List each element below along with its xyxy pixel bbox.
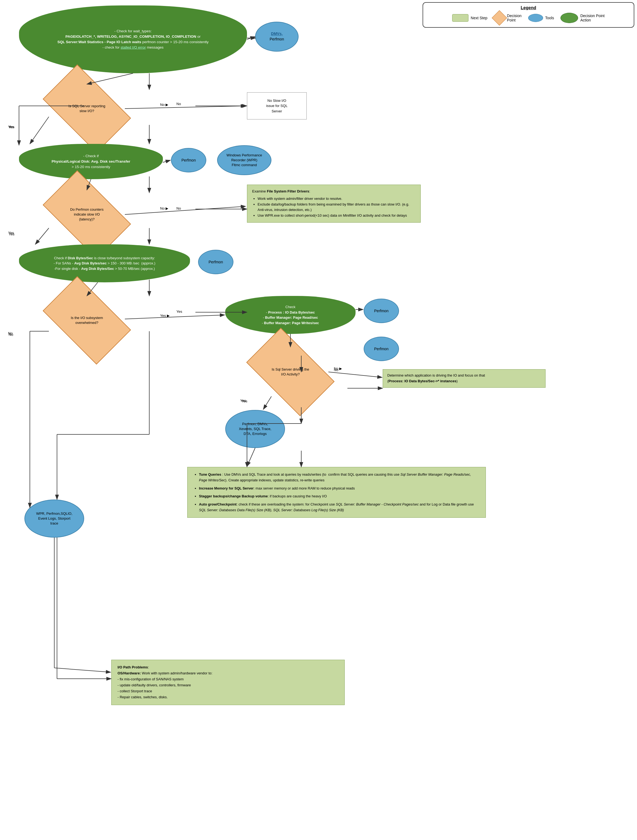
node4-no-box: Examine File System Filter Drivers: Work…	[247, 185, 421, 223]
node4-diamond: Do Perfmon countersindicate slow I/O(lat…	[49, 190, 125, 239]
node4-no-item2: Exclude data/log/backup folders from bei…	[257, 202, 416, 213]
flow-label-no4: No ▶	[334, 366, 342, 371]
node10-item1: Tune Queries : Use DMVs and SQL Trace an…	[199, 472, 479, 483]
node7-perfmon-text: Perfmon	[374, 309, 389, 313]
node10-item3: Stagger backups/change Backup volume: if…	[199, 493, 479, 499]
node3-perfmon-oval: Perfmon	[171, 148, 206, 172]
node3-perfmon-text: Perfmon	[181, 158, 196, 163]
node1-text: - Check for wait_types: PAGEIOLATCH_*, W…	[57, 28, 208, 51]
svg-line-28	[125, 106, 246, 109]
svg-line-35	[125, 315, 225, 319]
no-slow-io-box: No Slow I/Oissue for SQLServer	[247, 92, 307, 120]
node7-perfmon2-oval: Perfmon	[364, 337, 399, 361]
node6-yes-label: Yes	[177, 309, 182, 314]
svg-line-26	[247, 37, 255, 39]
node10-list: Tune Queries : Use DMVs and SQL Trace an…	[199, 472, 479, 513]
node4-no-item3: Use WPR.exe to collect short-period(<10 …	[257, 213, 416, 219]
flow-label-no2: No ▶	[160, 206, 168, 210]
flow-label-no1: No ▶	[160, 103, 168, 107]
flow-label-yes3: Yes ▶	[160, 314, 170, 317]
node12-box: I/O Path Problems: OS/Hardware: Work wit…	[111, 660, 345, 705]
node1-dmvs-oval: DMVs,Perfmon	[255, 22, 298, 52]
no-slow-io-text: No Slow I/Oissue for SQLServer	[266, 98, 288, 114]
node8-no-text: Determine which application is driving t…	[387, 373, 485, 383]
node9-text: Perfmon, DMVs,Xevents, SQL Trace,DTA, Er…	[239, 422, 271, 437]
svg-line-40	[328, 372, 382, 377]
node4-no-list: Work with system admin/filter driver ven…	[257, 196, 416, 219]
flow-label-yes1: Yes	[9, 125, 14, 129]
flow-label-yes2: Yes	[9, 232, 14, 236]
node8-diamond: Is Sql Server driving theI/O Activity?	[252, 347, 328, 396]
svg-line-33	[35, 228, 49, 244]
node11-oval: WPR, Perfmon,SQLIO,Event Logs, Storportt…	[24, 499, 84, 538]
node2-no-label: No	[177, 102, 181, 106]
node7-perfmon-oval: Perfmon	[364, 298, 399, 323]
node11-text: WPR, Perfmon,SQLIO,Event Logs, Storportt…	[36, 511, 73, 526]
node9-oval: Perfmon, DMVs,Xevents, SQL Trace,DTA, Er…	[225, 410, 285, 448]
node8-no-box: Determine which application is driving t…	[383, 369, 546, 388]
node3-cloud: - Check ifPhysical/Logical Disk: Avg. Di…	[19, 144, 163, 179]
node4-no-label: No	[177, 206, 181, 210]
node8-diamond-text: Is Sql Server driving theI/O Activity?	[271, 366, 310, 378]
node1-dmvs-text: DMVs,Perfmon	[270, 31, 284, 42]
flow-label-no3: No	[9, 333, 13, 337]
flowchart-container: - Check for wait_types: PAGEIOLATCH_*, W…	[3, 0, 600, 840]
node3-wpr-oval: Windows PerformanceRecorder (WPR)Fltmc c…	[217, 145, 271, 175]
node10-item2: Increase Memory for SQL Server: max serv…	[199, 485, 479, 491]
node10-box: Tune Queries : Use DMVs and SQL Trace an…	[187, 467, 486, 518]
svg-line-30	[163, 160, 170, 163]
node3-text: - Check ifPhysical/Logical Disk: Avg. Di…	[52, 153, 130, 170]
node2-diamond: Is SQL Server reportingslow I/O?	[49, 84, 125, 133]
node5-text: Check if Disk Bytes/Sec is close to/beyo…	[54, 256, 156, 272]
node12-title: I/O Path Problems: OS/Hardware: Work wit…	[118, 664, 339, 701]
node7-text: Check - Process : IO Data Bytes/sec - Bu…	[262, 304, 319, 325]
node6-diamond-text: Is the I/O subsystemoverwhelmed?	[70, 314, 104, 326]
node4-no-title: Examine File System Filter Drivers:	[252, 189, 416, 194]
svg-line-32	[125, 206, 246, 215]
flow-label-yes4: Yes	[240, 399, 246, 403]
node5-perfmon-oval: Perfmon	[198, 250, 233, 274]
node4-no-item1: Work with system admin/filter driver ven…	[257, 196, 416, 202]
stalled-io-link[interactable]: stalled I/O error	[120, 45, 146, 49]
node7-cloud: Check - Process : IO Data Bytes/sec - Bu…	[225, 296, 356, 334]
node1-cloud: - Check for wait_types: PAGEIOLATCH_*, W…	[19, 5, 247, 73]
node2-diamond-text: Is SQL Server reportingslow I/O?	[67, 103, 106, 115]
svg-line-42	[247, 448, 255, 466]
node3-wpr-text: Windows PerformanceRecorder (WPR)Fltmc c…	[227, 153, 262, 168]
node4-diamond-text: Do Perfmon countersindicate slow I/O(lat…	[69, 206, 105, 223]
node7-perfmon2-text: Perfmon	[374, 347, 389, 351]
node6-diamond: Is the I/O subsystemoverwhelmed?	[49, 296, 125, 345]
node5-cloud: Check if Disk Bytes/Sec is close to/beyo…	[19, 244, 190, 283]
svg-line-41	[263, 396, 271, 409]
svg-line-44	[54, 668, 111, 672]
node5-perfmon-text: Perfmon	[209, 260, 223, 264]
node10-item4: Auto grow/Checkpoint: check if these are…	[199, 501, 479, 513]
svg-line-29	[30, 117, 49, 144]
